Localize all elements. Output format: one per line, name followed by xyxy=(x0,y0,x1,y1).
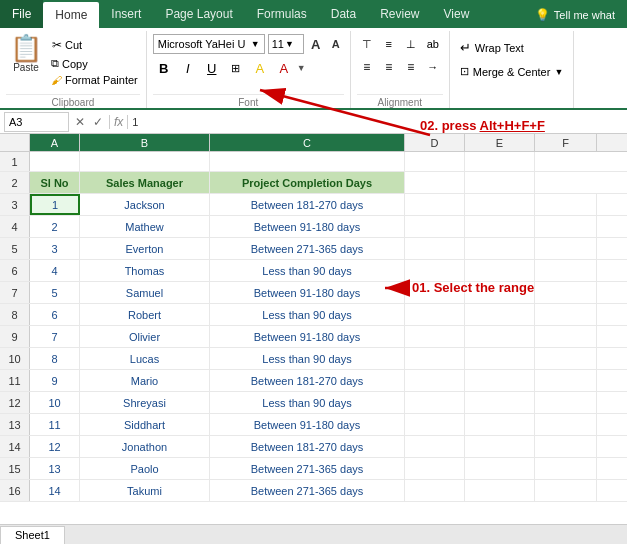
cell[interactable] xyxy=(465,216,535,237)
font-color-button[interactable]: A xyxy=(273,57,295,79)
cell[interactable] xyxy=(535,348,597,369)
cell[interactable] xyxy=(535,370,597,391)
col-header-a[interactable]: A xyxy=(30,134,80,151)
cell[interactable]: Mathew xyxy=(80,216,210,237)
cell[interactable]: Less than 90 days xyxy=(210,392,405,413)
cell[interactable] xyxy=(535,326,597,347)
cell[interactable]: Robert xyxy=(80,304,210,325)
cell[interactable]: Takumi xyxy=(80,480,210,501)
cell[interactable]: Less than 90 days xyxy=(210,304,405,325)
cell[interactable]: Siddhart xyxy=(80,414,210,435)
cell[interactable]: Mario xyxy=(80,370,210,391)
cell[interactable]: Project Completion Days xyxy=(210,172,405,193)
cell[interactable]: 12 xyxy=(30,436,80,457)
align-top-button[interactable]: ⊤ xyxy=(357,34,377,54)
cell[interactable] xyxy=(405,304,465,325)
cell[interactable]: 3 xyxy=(30,238,80,259)
decrease-font-button[interactable]: A xyxy=(328,34,344,54)
cell[interactable]: Sl No xyxy=(30,172,80,193)
font-name-dropdown-icon[interactable]: ▼ xyxy=(251,39,260,49)
cell[interactable]: 11 xyxy=(30,414,80,435)
sheet-tab-sheet1[interactable]: Sheet1 xyxy=(0,526,65,544)
cell[interactable]: Less than 90 days xyxy=(210,348,405,369)
cell[interactable] xyxy=(465,152,535,171)
cell[interactable]: 5 xyxy=(30,282,80,303)
col-header-b[interactable]: B xyxy=(80,134,210,151)
cell[interactable] xyxy=(405,152,465,171)
formula-value[interactable]: 1 xyxy=(132,116,623,128)
cell[interactable] xyxy=(535,260,597,281)
cell[interactable] xyxy=(535,458,597,479)
wrap-text-button[interactable]: ↵ Wrap Text xyxy=(456,37,568,58)
cell[interactable] xyxy=(30,152,80,171)
cell[interactable] xyxy=(535,304,597,325)
cell[interactable] xyxy=(465,348,535,369)
cell[interactable] xyxy=(465,282,535,303)
fill-color-button[interactable]: A xyxy=(249,57,271,79)
cut-button[interactable]: ✂ Cut xyxy=(49,36,140,54)
copy-button[interactable]: ⧉ Copy xyxy=(49,56,140,71)
cell[interactable]: 4 xyxy=(30,260,80,281)
cell[interactable] xyxy=(465,304,535,325)
tab-formulas[interactable]: Formulas xyxy=(245,0,319,28)
cell[interactable] xyxy=(465,326,535,347)
cell[interactable]: Between 271-365 days xyxy=(210,238,405,259)
cell[interactable] xyxy=(465,238,535,259)
cell[interactable]: Less than 90 days xyxy=(210,260,405,281)
cell[interactable] xyxy=(535,194,597,215)
cell[interactable]: Everton xyxy=(80,238,210,259)
cell[interactable] xyxy=(405,436,465,457)
cell[interactable]: 7 xyxy=(30,326,80,347)
cell[interactable]: Shreyasi xyxy=(80,392,210,413)
cell[interactable]: 14 xyxy=(30,480,80,501)
tab-data[interactable]: Data xyxy=(319,0,368,28)
cell[interactable] xyxy=(405,414,465,435)
cell[interactable] xyxy=(535,282,597,303)
cell[interactable] xyxy=(535,152,597,171)
increase-indent-button[interactable]: → xyxy=(423,57,443,77)
cell[interactable] xyxy=(535,216,597,237)
cell[interactable]: Sales Manager xyxy=(80,172,210,193)
cell[interactable]: Samuel xyxy=(80,282,210,303)
cell[interactable]: Between 91-180 days xyxy=(210,326,405,347)
cell[interactable]: Thomas xyxy=(80,260,210,281)
cell[interactable]: Between 271-365 days xyxy=(210,458,405,479)
cell[interactable]: Olivier xyxy=(80,326,210,347)
tab-home[interactable]: Home xyxy=(43,2,99,28)
cell[interactable]: Jonathon xyxy=(80,436,210,457)
cell[interactable] xyxy=(210,152,405,171)
cell[interactable]: Lucas xyxy=(80,348,210,369)
cell[interactable]: Jackson xyxy=(80,194,210,215)
merge-dropdown-icon[interactable]: ▼ xyxy=(554,67,563,77)
cell[interactable]: Between 91-180 days xyxy=(210,282,405,303)
formula-confirm-button[interactable]: ✓ xyxy=(91,115,105,129)
cell[interactable]: Between 181-270 days xyxy=(210,370,405,391)
cell[interactable]: 10 xyxy=(30,392,80,413)
paste-button[interactable]: 📋 Paste xyxy=(6,33,46,75)
cell[interactable] xyxy=(465,480,535,501)
align-center-button[interactable]: ≡ xyxy=(379,57,399,77)
cell[interactable] xyxy=(405,348,465,369)
tab-file[interactable]: File xyxy=(0,0,43,28)
cell[interactable] xyxy=(405,216,465,237)
font-size-dropdown-icon[interactable]: ▼ xyxy=(285,39,294,49)
cell[interactable] xyxy=(405,326,465,347)
cell[interactable] xyxy=(535,414,597,435)
cell[interactable]: 9 xyxy=(30,370,80,391)
cell[interactable]: Between 181-270 days xyxy=(210,436,405,457)
cell[interactable] xyxy=(535,436,597,457)
cell[interactable]: Paolo xyxy=(80,458,210,479)
cell[interactable]: Between 271-365 days xyxy=(210,480,405,501)
cell[interactable] xyxy=(535,480,597,501)
cell[interactable] xyxy=(405,172,465,193)
tab-insert[interactable]: Insert xyxy=(99,0,153,28)
cell[interactable] xyxy=(465,458,535,479)
format-painter-button[interactable]: 🖌 Format Painter xyxy=(49,73,140,87)
col-header-e[interactable]: E xyxy=(465,134,535,151)
cell[interactable] xyxy=(405,480,465,501)
cell[interactable]: 8 xyxy=(30,348,80,369)
formula-cancel-button[interactable]: ✕ xyxy=(73,115,87,129)
cell[interactable] xyxy=(465,414,535,435)
merge-center-button[interactable]: ⊡ Merge & Center ▼ xyxy=(456,62,568,81)
bold-button[interactable]: B xyxy=(153,57,175,79)
